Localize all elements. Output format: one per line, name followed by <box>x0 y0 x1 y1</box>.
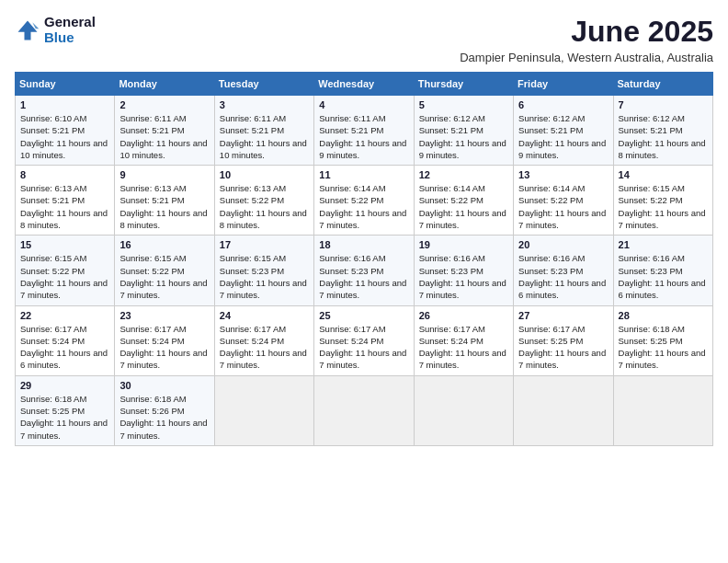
day-number: 22 <box>20 310 109 321</box>
calendar-week-row: 8 Sunrise: 6:13 AM Sunset: 5:21 PM Dayli… <box>16 166 713 236</box>
day-number: 6 <box>518 99 608 110</box>
day-number: 26 <box>419 310 508 321</box>
day-number: 28 <box>619 310 708 321</box>
day-info: Sunrise: 6:12 AM Sunset: 5:21 PM Dayligh… <box>419 112 508 161</box>
calendar-day-cell: 7 Sunrise: 6:12 AM Sunset: 5:21 PM Dayli… <box>613 96 712 166</box>
calendar-week-row: 29 Sunrise: 6:18 AM Sunset: 5:25 PM Dayl… <box>16 375 713 445</box>
weekday-header: Tuesday <box>214 73 313 96</box>
day-number: 9 <box>119 169 209 180</box>
calendar-day-cell: 5 Sunrise: 6:12 AM Sunset: 5:21 PM Dayli… <box>414 96 513 166</box>
calendar-body: 1 Sunrise: 6:10 AM Sunset: 5:21 PM Dayli… <box>16 96 713 446</box>
subtitle: Dampier Peninsula, Western Australia, Au… <box>460 51 713 64</box>
day-info: Sunrise: 6:17 AM Sunset: 5:25 PM Dayligh… <box>518 323 608 372</box>
calendar-day-cell: 18 Sunrise: 6:16 AM Sunset: 5:23 PM Dayl… <box>314 236 414 305</box>
calendar-week-row: 1 Sunrise: 6:10 AM Sunset: 5:21 PM Dayli… <box>16 96 713 166</box>
day-info: Sunrise: 6:18 AM Sunset: 5:26 PM Dayligh… <box>119 393 209 442</box>
calendar-day-cell: 20 Sunrise: 6:16 AM Sunset: 5:23 PM Dayl… <box>514 236 613 305</box>
day-number: 1 <box>20 99 109 110</box>
calendar-day-cell: 29 Sunrise: 6:18 AM Sunset: 5:25 PM Dayl… <box>16 375 115 445</box>
title-block: June 2025 Dampier Peninsula, Western Aus… <box>460 15 713 64</box>
day-number: 11 <box>319 169 408 180</box>
day-info: Sunrise: 6:15 AM Sunset: 5:22 PM Dayligh… <box>119 252 209 301</box>
month-title: June 2025 <box>460 15 713 49</box>
day-info: Sunrise: 6:14 AM Sunset: 5:22 PM Dayligh… <box>518 182 608 231</box>
calendar-header: SundayMondayTuesdayWednesdayThursdayFrid… <box>16 73 713 96</box>
day-number: 16 <box>119 239 209 250</box>
calendar-day-cell: 26 Sunrise: 6:17 AM Sunset: 5:24 PM Dayl… <box>414 305 513 375</box>
day-number: 29 <box>20 380 109 391</box>
calendar-week-row: 15 Sunrise: 6:15 AM Sunset: 5:22 PM Dayl… <box>16 236 713 305</box>
day-info: Sunrise: 6:16 AM Sunset: 5:23 PM Dayligh… <box>518 252 608 301</box>
day-number: 14 <box>619 169 708 180</box>
calendar-day-cell: 9 Sunrise: 6:13 AM Sunset: 5:21 PM Dayli… <box>115 166 214 236</box>
calendar-day-cell: 8 Sunrise: 6:13 AM Sunset: 5:21 PM Dayli… <box>16 166 115 236</box>
day-info: Sunrise: 6:16 AM Sunset: 5:23 PM Dayligh… <box>419 252 508 301</box>
calendar-day-cell: 10 Sunrise: 6:13 AM Sunset: 5:22 PM Dayl… <box>214 166 313 236</box>
day-number: 12 <box>419 169 508 180</box>
day-number: 7 <box>619 99 708 110</box>
calendar-day-cell: 17 Sunrise: 6:15 AM Sunset: 5:23 PM Dayl… <box>214 236 313 305</box>
calendar-week-row: 22 Sunrise: 6:17 AM Sunset: 5:24 PM Dayl… <box>16 305 713 375</box>
weekday-header: Sunday <box>16 73 115 96</box>
day-info: Sunrise: 6:11 AM Sunset: 5:21 PM Dayligh… <box>220 112 309 161</box>
day-info: Sunrise: 6:16 AM Sunset: 5:23 PM Dayligh… <box>319 252 408 301</box>
calendar-day-cell: 1 Sunrise: 6:10 AM Sunset: 5:21 PM Dayli… <box>16 96 115 166</box>
weekday-header: Saturday <box>613 73 712 96</box>
calendar-day-cell: 11 Sunrise: 6:14 AM Sunset: 5:22 PM Dayl… <box>314 166 414 236</box>
calendar-day-cell <box>514 375 613 445</box>
calendar-day-cell: 23 Sunrise: 6:17 AM Sunset: 5:24 PM Dayl… <box>115 305 214 375</box>
day-number: 3 <box>220 99 309 110</box>
logo: General Blue <box>15 15 96 45</box>
weekday-header: Friday <box>514 73 613 96</box>
calendar-day-cell: 21 Sunrise: 6:16 AM Sunset: 5:23 PM Dayl… <box>613 236 712 305</box>
day-info: Sunrise: 6:14 AM Sunset: 5:22 PM Dayligh… <box>319 182 408 231</box>
day-number: 17 <box>220 239 309 250</box>
day-number: 25 <box>319 310 408 321</box>
calendar-day-cell: 24 Sunrise: 6:17 AM Sunset: 5:24 PM Dayl… <box>214 305 313 375</box>
day-info: Sunrise: 6:14 AM Sunset: 5:22 PM Dayligh… <box>419 182 508 231</box>
day-info: Sunrise: 6:13 AM Sunset: 5:22 PM Dayligh… <box>220 182 309 231</box>
calendar-day-cell <box>613 375 712 445</box>
day-number: 21 <box>619 239 708 250</box>
weekday-row: SundayMondayTuesdayWednesdayThursdayFrid… <box>16 73 713 96</box>
calendar-day-cell <box>414 375 513 445</box>
day-number: 5 <box>419 99 508 110</box>
day-info: Sunrise: 6:17 AM Sunset: 5:24 PM Dayligh… <box>319 323 408 372</box>
calendar-day-cell: 22 Sunrise: 6:17 AM Sunset: 5:24 PM Dayl… <box>16 305 115 375</box>
calendar-day-cell <box>314 375 414 445</box>
day-number: 4 <box>319 99 408 110</box>
page-header: General Blue June 2025 Dampier Peninsula… <box>15 15 713 64</box>
day-info: Sunrise: 6:12 AM Sunset: 5:21 PM Dayligh… <box>518 112 608 161</box>
day-number: 23 <box>119 310 209 321</box>
day-info: Sunrise: 6:17 AM Sunset: 5:24 PM Dayligh… <box>119 323 209 372</box>
day-info: Sunrise: 6:13 AM Sunset: 5:21 PM Dayligh… <box>119 182 209 231</box>
day-info: Sunrise: 6:15 AM Sunset: 5:22 PM Dayligh… <box>20 252 109 301</box>
day-info: Sunrise: 6:15 AM Sunset: 5:22 PM Dayligh… <box>619 182 708 231</box>
day-number: 13 <box>518 169 608 180</box>
calendar-table: SundayMondayTuesdayWednesdayThursdayFrid… <box>15 72 713 446</box>
calendar-day-cell: 30 Sunrise: 6:18 AM Sunset: 5:26 PM Dayl… <box>115 375 214 445</box>
logo-blue: Blue <box>44 30 96 46</box>
day-info: Sunrise: 6:12 AM Sunset: 5:21 PM Dayligh… <box>619 112 708 161</box>
day-number: 19 <box>419 239 508 250</box>
calendar-day-cell: 28 Sunrise: 6:18 AM Sunset: 5:25 PM Dayl… <box>613 305 712 375</box>
logo-text: General Blue <box>44 15 96 45</box>
day-number: 15 <box>20 239 109 250</box>
day-info: Sunrise: 6:18 AM Sunset: 5:25 PM Dayligh… <box>20 393 109 442</box>
calendar-day-cell: 6 Sunrise: 6:12 AM Sunset: 5:21 PM Dayli… <box>514 96 613 166</box>
day-number: 10 <box>220 169 309 180</box>
day-number: 27 <box>518 310 608 321</box>
calendar-day-cell: 13 Sunrise: 6:14 AM Sunset: 5:22 PM Dayl… <box>514 166 613 236</box>
calendar-day-cell: 15 Sunrise: 6:15 AM Sunset: 5:22 PM Dayl… <box>16 236 115 305</box>
calendar-day-cell: 2 Sunrise: 6:11 AM Sunset: 5:21 PM Dayli… <box>115 96 214 166</box>
calendar-day-cell: 16 Sunrise: 6:15 AM Sunset: 5:22 PM Dayl… <box>115 236 214 305</box>
day-info: Sunrise: 6:18 AM Sunset: 5:25 PM Dayligh… <box>619 323 708 372</box>
weekday-header: Wednesday <box>314 73 414 96</box>
calendar-day-cell: 14 Sunrise: 6:15 AM Sunset: 5:22 PM Dayl… <box>613 166 712 236</box>
calendar-day-cell: 4 Sunrise: 6:11 AM Sunset: 5:21 PM Dayli… <box>314 96 414 166</box>
calendar-day-cell <box>214 375 313 445</box>
day-number: 24 <box>220 310 309 321</box>
day-info: Sunrise: 6:11 AM Sunset: 5:21 PM Dayligh… <box>119 112 209 161</box>
calendar-day-cell: 27 Sunrise: 6:17 AM Sunset: 5:25 PM Dayl… <box>514 305 613 375</box>
day-info: Sunrise: 6:15 AM Sunset: 5:23 PM Dayligh… <box>220 252 309 301</box>
